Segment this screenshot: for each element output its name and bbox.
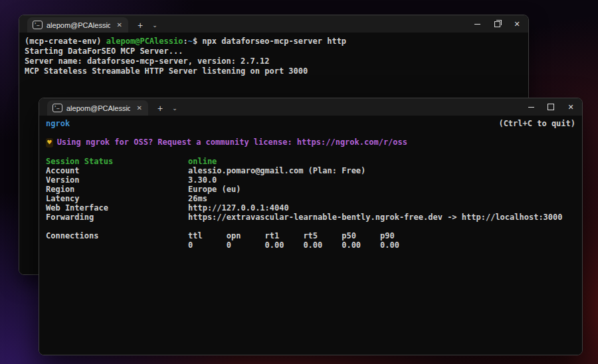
terminal-app-icon	[33, 21, 43, 29]
ngrok-app-name: ngrok	[46, 119, 70, 128]
status-value: 26ms	[188, 194, 207, 203]
connections-label-spacer	[46, 240, 188, 250]
chevron-down-icon[interactable]: ⌄	[152, 22, 157, 29]
prompt-path: ~	[188, 37, 193, 46]
status-label: Version	[46, 175, 188, 185]
connections-header: p50	[342, 231, 380, 240]
status-label: Latency	[46, 194, 188, 203]
connections-header: opn	[227, 231, 265, 240]
tab-front[interactable]: alepom@PCAlessio: ~ ✕	[47, 100, 148, 116]
status-value: Europe (eu)	[188, 185, 241, 194]
connections-header: rt5	[303, 231, 342, 240]
license-text: Using ngrok for OSS? Request a community…	[57, 137, 407, 147]
prompt-dollar: $	[193, 37, 202, 46]
status-label: Session Status	[46, 157, 188, 166]
tab-close-icon[interactable]: ✕	[114, 21, 125, 30]
titlebar-front[interactable]: alepom@PCAlessio: ~ ✕ + ⌄ ✕	[39, 98, 582, 116]
minimize-button[interactable]	[467, 15, 487, 33]
status-value: https://extravascular-learnable-bently.n…	[188, 213, 563, 222]
output-line: Starting DataForSEO MCP Server...	[25, 46, 523, 56]
connections-value: 0	[227, 240, 265, 250]
connections-header: ttl	[188, 231, 227, 240]
connections-values-row: 0 0 0.00 0.00 0.00 0.00	[46, 240, 575, 250]
status-value: 3.30.0	[188, 175, 217, 185]
new-tab-icon[interactable]: +	[138, 21, 143, 30]
connections-value: 0	[188, 240, 227, 250]
status-label: Forwarding	[46, 213, 188, 222]
connections-value: 0.00	[380, 240, 419, 250]
window-controls-front: ✕	[521, 98, 581, 116]
status-row: Web Interface http://127.0.0.1:4040	[46, 203, 575, 213]
prompt-user-host: alepom@PCAlessio	[106, 37, 183, 46]
status-row: Account alessio.pomaro@gmail.com (Plan: …	[46, 166, 575, 175]
maximize-button[interactable]	[541, 98, 561, 116]
connections-value: 0.00	[342, 240, 380, 250]
terminal-content-front[interactable]: ngrok (Ctrl+C to quit) ♥Using ngrok for …	[39, 116, 582, 355]
close-button[interactable]: ✕	[507, 15, 527, 33]
tab-title: alepom@PCAlessio: ~	[47, 21, 110, 29]
connections-value: 0.00	[303, 240, 342, 250]
connections-header: rt1	[265, 231, 304, 240]
status-value: online	[188, 157, 217, 166]
titlebar-back[interactable]: alepom@PCAlessio: ~ ✕ + ⌄ ✕	[19, 15, 528, 33]
status-value: alessio.pomaro@gmail.com (Plan: Free)	[188, 166, 365, 175]
desktop: { "colors": { "terminal_bg": "#0c0c0c", …	[0, 0, 598, 364]
status-row: Forwarding https://extravascular-learnab…	[46, 213, 575, 222]
prompt-env: (mcp-create-env)	[25, 37, 106, 46]
chevron-down-icon[interactable]: ⌄	[172, 105, 177, 112]
tab-back[interactable]: alepom@PCAlessio: ~ ✕	[27, 17, 128, 33]
maximize-button[interactable]	[487, 15, 507, 33]
prompt-line: (mcp-create-env) alepom@PCAlessio:~$ npx…	[25, 37, 523, 46]
quit-hint: (Ctrl+C to quit)	[498, 119, 575, 128]
status-row: Latency 26ms	[46, 194, 575, 203]
terminal-window-front: alepom@PCAlessio: ~ ✕ + ⌄ ✕ ngrok (Ctrl+…	[39, 98, 583, 355]
connections-label: Connections	[46, 231, 188, 240]
license-line: ♥Using ngrok for OSS? Request a communit…	[46, 137, 575, 147]
tab-title: alepom@PCAlessio: ~	[66, 104, 130, 112]
connections-value: 0.00	[265, 240, 304, 250]
status-value: http://127.0.0.1:4040	[188, 203, 289, 213]
status-row: Region Europe (eu)	[46, 185, 575, 194]
heart-hands-emoji: ♥	[46, 138, 53, 147]
status-label: Account	[46, 166, 188, 175]
output-line: MCP Stateless Streamable HTTP Server lis…	[25, 66, 523, 76]
new-tab-icon[interactable]: +	[157, 104, 163, 113]
status-row: Session Status online	[46, 157, 575, 166]
close-button[interactable]: ✕	[561, 98, 581, 116]
status-label: Region	[46, 185, 188, 194]
window-controls-back: ✕	[467, 15, 527, 33]
status-label: Web Interface	[46, 203, 188, 213]
terminal-app-icon	[52, 104, 62, 112]
connections-header: p90	[380, 231, 419, 240]
minimize-button[interactable]	[521, 98, 541, 116]
command-text: npx dataforseo-mcp-server http	[202, 37, 346, 46]
tab-close-icon[interactable]: ✕	[134, 104, 145, 113]
connections-header-row: Connections ttl opn rt1 rt5 p50 p90	[46, 231, 575, 240]
ngrok-header-line: ngrok (Ctrl+C to quit)	[46, 119, 575, 128]
status-row: Version 3.30.0	[46, 175, 575, 185]
output-line: Server name: dataforseo-mcp-server, vers…	[25, 56, 523, 66]
prompt-colon: :	[183, 37, 187, 46]
